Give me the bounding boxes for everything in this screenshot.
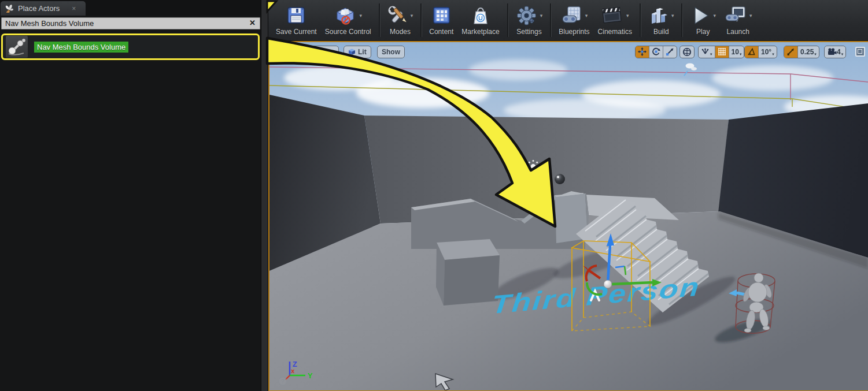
- marketplace-icon: [470, 5, 491, 26]
- tab-label: Place Actors: [18, 4, 60, 13]
- grid-snap-value-button[interactable]: 10▾: [729, 46, 744, 58]
- modes-icon: [387, 5, 408, 26]
- blueprints-icon: [561, 5, 583, 26]
- launch-icon: [724, 5, 747, 26]
- scale-snap-group: 0.25▾: [784, 46, 819, 58]
- axis-y-label: Y: [308, 371, 313, 380]
- search-row: ✕: [1, 17, 260, 29]
- grid-icon: [718, 47, 726, 56]
- dropdown-caret[interactable]: ▾: [540, 13, 543, 18]
- viewport-perspective-button[interactable]: [291, 46, 339, 58]
- help-icon[interactable]: ?: [279, 377, 287, 385]
- unreal-editor-window: Place Actors × ✕ Nav Mesh Bounds Volume: [0, 0, 868, 391]
- cinematics-icon: [601, 5, 624, 26]
- gizmo-center: [604, 280, 612, 288]
- scale-snap-toggle-button[interactable]: [784, 46, 797, 58]
- rotation-snap-value-button[interactable]: 10°▾: [758, 46, 777, 58]
- angle-snap-icon: [747, 47, 756, 56]
- panel-tab-bar: Place Actors ×: [0, 0, 261, 16]
- content-icon: [431, 5, 452, 26]
- search-result-row[interactable]: Nav Mesh Bounds Volume: [1, 33, 260, 60]
- launch-button[interactable]: ▾ Launch: [720, 2, 756, 39]
- toolbar-separator: [681, 3, 682, 37]
- viewport-options-button[interactable]: [272, 46, 289, 58]
- settings-icon: [516, 5, 538, 26]
- toolbar-separator: [640, 3, 641, 37]
- rotate-tool-button[interactable]: [649, 46, 663, 58]
- save-icon: [286, 5, 306, 26]
- main-area: Save Current ▾ Source Control: [268, 0, 868, 391]
- dropdown-caret[interactable]: ▾: [710, 52, 712, 58]
- source-control-button[interactable]: ▾ Source Control: [321, 2, 375, 39]
- rotate-tool-icon: [652, 47, 660, 56]
- place-actors-panel: Place Actors × ✕ Nav Mesh Bounds Volume: [0, 0, 261, 391]
- result-label: Nav Mesh Bounds Volume: [34, 42, 128, 53]
- camera-speed-button[interactable]: 4▾: [825, 46, 845, 58]
- dropdown-caret[interactable]: ▾: [749, 13, 752, 18]
- dropdown-caret[interactable]: ▾: [359, 13, 362, 18]
- rotation-snap-toggle-button[interactable]: [745, 46, 758, 58]
- panel-splitter[interactable]: [261, 0, 268, 391]
- search-input[interactable]: [1, 17, 260, 29]
- toolbar-separator: [507, 3, 508, 37]
- marketplace-button[interactable]: Marketplace: [457, 2, 503, 39]
- lit-cube-icon: [348, 48, 356, 55]
- tab-place-actors[interactable]: Place Actors ×: [1, 1, 86, 16]
- content-button[interactable]: Content: [425, 2, 457, 39]
- build-button[interactable]: ▾ Build: [644, 2, 678, 39]
- modes-button[interactable]: ▾ Modes: [383, 2, 418, 39]
- toolbar-separator: [379, 3, 380, 37]
- globe-icon: [682, 47, 692, 57]
- scale-tool-button[interactable]: [663, 46, 677, 58]
- dropdown-caret[interactable]: ▾: [626, 13, 629, 18]
- move-tool-button[interactable]: [636, 46, 649, 58]
- show-label: Show: [382, 48, 400, 56]
- scale-snap-icon: [786, 47, 795, 56]
- dropdown-caret[interactable]: ▾: [713, 13, 716, 18]
- dropdown-caret[interactable]: ▾: [671, 13, 674, 18]
- scale-tool-icon: [666, 47, 674, 56]
- build-icon: [648, 5, 669, 26]
- transform-tool-group: [635, 46, 677, 58]
- svg-text:?: ?: [281, 378, 285, 385]
- play-button[interactable]: ▾ Play: [686, 2, 720, 39]
- scene-3d: Third Person: [269, 42, 868, 390]
- toolbar-separator: [420, 3, 422, 37]
- restore-viewport-icon[interactable]: [855, 47, 865, 57]
- scale-snap-value-button[interactable]: 0.25▾: [797, 46, 819, 58]
- dropdown-caret[interactable]: ▾: [772, 52, 774, 58]
- world-local-toggle-button[interactable]: [680, 46, 694, 58]
- grid-snap-toggle-button[interactable]: [715, 46, 729, 58]
- source-control-icon: [334, 5, 357, 26]
- toolbar-separator: [550, 3, 551, 37]
- camera-speed-group: 4▾: [824, 46, 846, 58]
- nav-mesh-bounds-icon: [6, 36, 28, 58]
- main-toolbar: Save Current ▾ Source Control: [268, 0, 868, 41]
- panel-empty-area: [0, 62, 261, 391]
- view-mode-lit-button[interactable]: Lit: [343, 46, 371, 58]
- viewport[interactable]: Third Person: [268, 41, 868, 391]
- play-icon: [690, 5, 711, 26]
- clear-search-icon[interactable]: ✕: [249, 18, 256, 27]
- dropdown-caret[interactable]: ▾: [814, 52, 817, 58]
- tab-close-icon[interactable]: ×: [72, 5, 76, 13]
- camera-icon: [827, 47, 837, 56]
- dropdown-caret[interactable]: ▾: [841, 52, 844, 58]
- place-actors-icon: [5, 4, 14, 13]
- surface-snap-icon: [701, 47, 710, 56]
- cinematics-button[interactable]: ▾ Cinematics: [594, 2, 636, 39]
- show-button[interactable]: Show: [377, 46, 405, 58]
- blueprints-button[interactable]: ▾ Blueprints: [555, 2, 593, 39]
- settings-button[interactable]: ▾ Settings: [512, 2, 547, 39]
- gizmo-y-axis: [612, 282, 652, 284]
- lit-label: Lit: [358, 48, 367, 56]
- grid-snap-group: ▾ 10▾: [698, 46, 744, 58]
- dropdown-caret[interactable]: ▾: [740, 52, 742, 58]
- surface-snap-button[interactable]: ▾: [699, 46, 715, 58]
- reflection-sphere-sprite[interactable]: [555, 174, 565, 184]
- axis-x-label: x: [291, 367, 295, 374]
- dropdown-caret[interactable]: ▾: [411, 13, 413, 18]
- dropdown-caret[interactable]: ▾: [585, 13, 588, 18]
- rotation-snap-group: 10°▾: [744, 46, 777, 58]
- save-current-button[interactable]: Save Current: [272, 2, 321, 39]
